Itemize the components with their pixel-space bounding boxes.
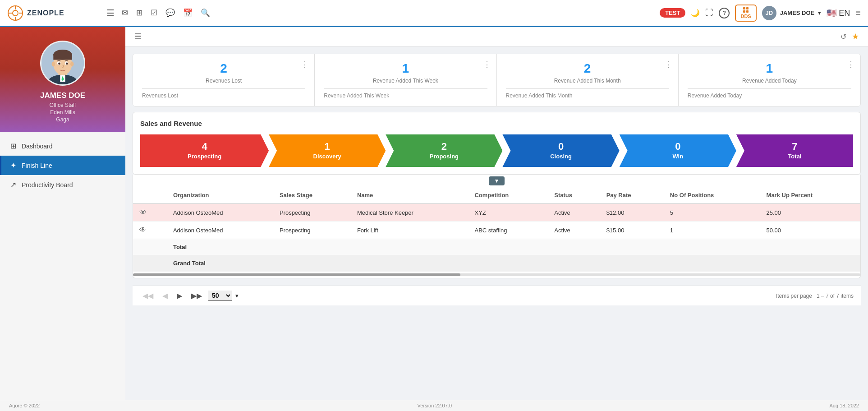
funnel-step-proposing[interactable]: 2 Proposing	[386, 134, 502, 167]
row-name-1: Fork Lift	[351, 222, 468, 239]
language-selector[interactable]: 🇺🇸 EN	[827, 8, 850, 18]
sub-header: ☰ ↺ ★	[125, 27, 868, 46]
user-name-nav: JAMES DOE	[780, 9, 815, 16]
sub-header-menu-icon[interactable]: ☰	[134, 32, 142, 42]
funnel-step-total[interactable]: 7 Total	[736, 134, 853, 167]
eye-icon-1[interactable]: 👁	[139, 226, 147, 234]
stat-title-0: Revenues Lost	[142, 78, 305, 84]
table-footer: ◀◀ ◀ ▶ ▶▶ 50 25 100 ▾ Items per page 1 –…	[133, 286, 861, 305]
profile-name: JAMES DOE	[40, 91, 85, 100]
mail-icon[interactable]: ✉	[122, 8, 128, 18]
total-row: Total	[133, 239, 860, 255]
sidebar-item-finish-line[interactable]: ✦ Finish Line	[0, 156, 125, 175]
funnel-step-discovery[interactable]: 1 Discovery	[269, 134, 386, 167]
funnel-num-win: 0	[675, 142, 680, 152]
stat-menu-1[interactable]: ⋮	[483, 60, 491, 69]
stat-number-1: 1	[324, 61, 487, 76]
sales-section: Sales and Revenue 4 Prospecting 1 Discov…	[133, 112, 861, 175]
funnel-num-prospecting: 4	[202, 142, 207, 152]
profile-section: JAMES DOE Office Staff Eden Mills Gaga	[0, 27, 125, 132]
user-dropdown-icon: ▾	[818, 9, 821, 16]
table-header: Organization Sales Stage Name Competitio…	[133, 187, 860, 203]
col-competition: Competition	[468, 187, 548, 203]
col-name: Name	[351, 187, 468, 203]
data-table: Organization Sales Stage Name Competitio…	[133, 187, 860, 272]
finish-line-icon: ✦	[10, 161, 16, 170]
col-eye	[133, 187, 167, 203]
stat-divider-2	[506, 88, 669, 92]
collapse-button[interactable]: ▼	[489, 176, 505, 185]
favorite-icon[interactable]: ★	[852, 32, 859, 42]
row-markup-0: 25.00	[760, 203, 860, 222]
table-header-row: Organization Sales Stage Name Competitio…	[133, 187, 860, 203]
col-markup: Mark Up Percent	[760, 187, 860, 203]
items-per-page-label: Items per page	[776, 293, 812, 299]
help-icon[interactable]: ?	[719, 8, 730, 18]
app-layout: JAMES DOE Office Staff Eden Mills Gaga ⊞…	[0, 27, 868, 411]
row-eye-1[interactable]: 👁	[133, 222, 167, 239]
stat-title-1: Revenue Added This Week	[324, 78, 487, 84]
grid-icon[interactable]: ⊞	[136, 8, 142, 18]
refresh-icon[interactable]: ↺	[840, 32, 846, 41]
table-scrollbar[interactable]	[133, 273, 860, 276]
stat-card-revenue-week: ⋮ 1 Revenue Added This Week Revenue Adde…	[315, 54, 496, 106]
stat-menu-0[interactable]: ⋮	[301, 60, 309, 69]
stat-subtitle-2: Revenue Added This Month	[506, 92, 669, 99]
stat-menu-3[interactable]: ⋮	[847, 60, 855, 69]
row-org-0: Addison OsteoMed	[167, 203, 273, 222]
eye-icon-0[interactable]: 👁	[139, 208, 147, 216]
row-competition-0: XYZ	[468, 203, 548, 222]
funnel-num-closing: 0	[558, 142, 564, 152]
nav-hamburger[interactable]: ☰	[106, 8, 115, 18]
next-page-button[interactable]: ▶	[174, 291, 185, 301]
svg-rect-13	[53, 54, 72, 60]
last-page-button[interactable]: ▶▶	[188, 291, 205, 301]
funnel-step-closing[interactable]: 0 Closing	[502, 134, 619, 167]
nav-icons-group: ✉ ⊞ ☑ 💬 📅 🔍	[122, 8, 652, 18]
user-avatar-small: JD	[762, 6, 776, 20]
sub-header-left: ☰	[134, 32, 142, 42]
row-org-1: Addison OsteoMed	[167, 222, 273, 239]
search-icon[interactable]: 🔍	[201, 8, 210, 18]
stat-menu-2[interactable]: ⋮	[665, 60, 673, 69]
funnel-num-discovery: 1	[325, 142, 330, 152]
col-organization: Organization	[167, 187, 273, 203]
per-page-select[interactable]: 50 25 100	[208, 291, 232, 301]
dds-button[interactable]: DDS	[735, 5, 756, 22]
avatar-illustration	[41, 41, 84, 86]
dark-mode-icon[interactable]: 🌙	[691, 9, 700, 17]
stat-subtitle-3: Revenue Added Today	[688, 92, 851, 99]
app-menu-icon[interactable]: ≡	[855, 8, 861, 18]
prev-page-button[interactable]: ◀	[160, 291, 170, 301]
funnel-label-win: Win	[672, 153, 683, 160]
row-name-0: Medical Store Keeper	[351, 203, 468, 222]
sub-header-right: ↺ ★	[840, 32, 859, 42]
funnel-label-proposing: Proposing	[430, 153, 459, 160]
collapse-section: ▼	[133, 175, 861, 187]
col-pay-rate: Pay Rate	[600, 187, 664, 203]
stat-number-2: 2	[506, 61, 669, 76]
chat-icon[interactable]: 💬	[165, 8, 175, 18]
funnel-step-win[interactable]: 0 Win	[620, 134, 736, 167]
sidebar-item-label-finish-line: Finish Line	[22, 162, 52, 169]
row-eye-0[interactable]: 👁	[133, 203, 167, 222]
main-content: ☰ ↺ ★ ⋮ 2 Revenues Lost Revenues Lost ⋮ …	[125, 27, 868, 411]
user-menu[interactable]: JD JAMES DOE ▾	[762, 6, 822, 20]
funnel-num-proposing: 2	[441, 142, 447, 152]
sidebar-item-productivity-board[interactable]: ↗ Productivity Board	[0, 175, 125, 194]
row-positions-0: 5	[664, 203, 760, 222]
profile-company: Eden Mills	[50, 109, 75, 115]
stat-number-0: 2	[142, 61, 305, 76]
fullscreen-icon[interactable]: ⛶	[705, 8, 713, 18]
grand-total-eye-cell	[133, 255, 167, 272]
funnel-step-prospecting[interactable]: 4 Prospecting	[140, 134, 269, 167]
calendar-icon[interactable]: 📅	[183, 8, 193, 18]
pagination-controls: ◀◀ ◀ ▶ ▶▶ 50 25 100 ▾	[140, 291, 239, 301]
sidebar-item-dashboard[interactable]: ⊞ Dashboard	[0, 136, 125, 156]
checkbox-icon[interactable]: ☑	[151, 8, 157, 18]
logo-area: ZENOPLE	[7, 5, 97, 21]
table-section: Organization Sales Stage Name Competitio…	[133, 187, 861, 278]
table-scroll-thumb[interactable]	[133, 273, 460, 276]
profile-role: Office Staff	[50, 102, 76, 108]
first-page-button[interactable]: ◀◀	[140, 291, 156, 301]
